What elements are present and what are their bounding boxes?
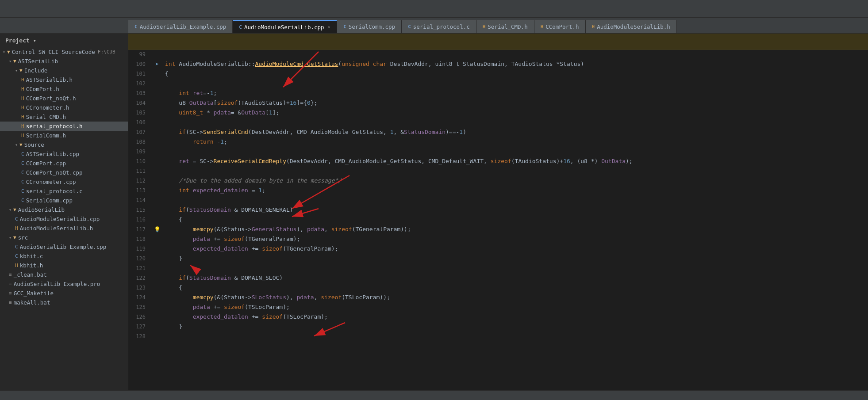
tree-item-27[interactable]: ≡makeAll.bat	[0, 298, 128, 307]
tab-icon: H	[541, 24, 544, 30]
cpp-file-icon: C	[21, 170, 24, 175]
tree-arrow: ▾	[15, 68, 18, 73]
path-suffix: F:\CUB	[98, 49, 115, 55]
tree-label: ASTSerialLib.cpp	[26, 151, 79, 157]
tree-item-8[interactable]: Hserial_protocol.h	[0, 122, 128, 131]
tree-item-17[interactable]: ▾▼AudioSerialLib	[0, 205, 128, 214]
tree-label: CComPort_noQt.cpp	[26, 169, 83, 176]
warning-bar	[128, 34, 868, 50]
line-gutter: ➤	[153, 59, 161, 69]
h-file-icon: H	[21, 86, 24, 92]
h-file-icon: H	[21, 77, 24, 83]
tree-item-20[interactable]: ▾▼src	[0, 233, 128, 242]
tree-label: AudioModuleSerialLib.cpp	[20, 216, 100, 222]
cpp-file-icon: C	[21, 179, 24, 185]
folder-icon: ▼	[13, 235, 16, 240]
tree-arrow: ▾	[9, 207, 12, 212]
code-line: 111	[128, 166, 868, 176]
line-content: {	[161, 283, 868, 293]
tree-item-5[interactable]: HCComPort_noQt.h	[0, 94, 128, 103]
cpp-file-icon: C	[15, 216, 18, 222]
line-content	[161, 195, 868, 205]
line-content: return -1;	[161, 137, 868, 147]
tree-item-16[interactable]: CSerialComm.cpp	[0, 196, 128, 205]
tree-item-15[interactable]: Cserial_protocol.c	[0, 187, 128, 196]
tab-tab6[interactable]: H CComPort.h	[534, 20, 586, 33]
tree-item-0[interactable]: ▾▼Control_SW_CLI_SourceCodeF:\CUB	[0, 47, 128, 57]
tree-item-6[interactable]: HCCronometer.h	[0, 103, 128, 112]
tab-icon: C	[343, 24, 346, 30]
file-icon: ≡	[9, 272, 12, 278]
h-file-icon: H	[15, 263, 18, 268]
tree-item-19[interactable]: HAudioModuleSerialLib.h	[0, 224, 128, 233]
line-number: 116	[128, 215, 153, 225]
file-icon: ≡	[9, 290, 12, 296]
code-line: 100 ➤ int AudioModuleSerialLib::AudioMod…	[128, 59, 868, 69]
tree-item-9[interactable]: HSerialComm.h	[0, 131, 128, 140]
line-content: pdata += sizeof(TGeneralParam);	[161, 234, 868, 244]
code-line: 114	[128, 195, 868, 205]
tree-label: CComPort.cpp	[26, 160, 66, 167]
tab-label: Serial_CMD.h	[488, 23, 527, 30]
tree-item-14[interactable]: CCCronometer.cpp	[0, 177, 128, 187]
line-number: 126	[128, 312, 153, 322]
tree-item-2[interactable]: ▾▼Include	[0, 66, 128, 75]
tree-item-4[interactable]: HCComPort.h	[0, 84, 128, 94]
code-line: 118 pdata += sizeof(TGeneralParam);	[128, 234, 868, 244]
tab-tab1[interactable]: C AudioSerialLib_Example.cpp	[128, 20, 233, 33]
tree-item-18[interactable]: CAudioModuleSerialLib.cpp	[0, 214, 128, 224]
line-number: 102	[128, 79, 153, 88]
code-editor[interactable]: 99 100 ➤ int AudioModuleSerialLib::Audio…	[128, 50, 868, 341]
tree-item-10[interactable]: ▾▼Source	[0, 140, 128, 149]
tree-item-24[interactable]: ≡_clean.bat	[0, 270, 128, 279]
editor-wrapper: 99 100 ➤ int AudioModuleSerialLib::Audio…	[128, 50, 868, 390]
tree-item-11[interactable]: CASTSerialLib.cpp	[0, 149, 128, 159]
code-line: 115 if(StatusDomain & DOMAIN_GENERAL)	[128, 205, 868, 215]
folder-icon: ▼	[19, 142, 23, 148]
cpp-file-icon: C	[21, 160, 24, 166]
code-line: 126 expected_datalen += sizeof(TSLocPara…	[128, 312, 868, 322]
tree-item-12[interactable]: CCComPort.cpp	[0, 159, 128, 168]
line-number: 103	[128, 88, 153, 98]
tree-label: kbhit.h	[20, 262, 43, 269]
tree-item-23[interactable]: Hkbhit.h	[0, 261, 128, 270]
tab-close[interactable]: ×	[328, 24, 331, 30]
tab-tab3[interactable]: C SerialComm.cpp	[337, 20, 402, 33]
tab-label: CComPort.h	[545, 23, 579, 30]
folder-icon: ▼	[13, 58, 16, 64]
tree-label: kbhit.c	[20, 253, 43, 259]
tree-item-22[interactable]: Ckbhit.c	[0, 251, 128, 261]
c-file-icon: C	[15, 253, 18, 259]
editor-area: 99 100 ➤ int AudioModuleSerialLib::Audio…	[128, 34, 868, 390]
tab-tab5[interactable]: H Serial_CMD.h	[476, 20, 534, 33]
code-line: 113 int expected_datalen = 1;	[128, 186, 868, 195]
code-line: 112 /*Due to the added domain byte in th…	[128, 176, 868, 186]
tree-item-1[interactable]: ▾▼ASTSerialLib	[0, 57, 128, 66]
line-content	[161, 50, 868, 59]
tab-icon: H	[483, 24, 486, 30]
tree-label: AudioSerialLib	[18, 206, 65, 213]
tree-arrow: ▾	[9, 235, 12, 240]
tree-item-21[interactable]: CAudioSerialLib_Example.cpp	[0, 242, 128, 251]
line-number: 122	[128, 273, 153, 283]
line-number: 105	[128, 108, 153, 118]
line-content: memcpy(&(Status->GeneralStatus), pdata, …	[161, 225, 868, 234]
tabs-bar: C AudioSerialLib_Example.cpp C AudioModu…	[0, 18, 868, 34]
tree-item-3[interactable]: HASTSerialLib.h	[0, 75, 128, 84]
h-file-icon: H	[15, 225, 18, 231]
line-number: 121	[128, 263, 153, 273]
tab-tab7[interactable]: H AudioModuleSerialLib.h	[586, 20, 677, 33]
line-content: }	[161, 254, 868, 263]
tree-item-25[interactable]: ≡AudioSerialLib_Example.pro	[0, 279, 128, 289]
line-content: expected_datalen += sizeof(TSLocParam);	[161, 312, 868, 322]
h-file-icon: H	[21, 123, 24, 129]
tree-label: CComPort_noQt.h	[26, 95, 76, 102]
tab-tab4[interactable]: C serial_protocol.c	[402, 20, 476, 33]
tab-icon: C	[134, 24, 138, 30]
tree-item-13[interactable]: CCComPort_noQt.cpp	[0, 168, 128, 177]
tree-item-26[interactable]: ≡GCC_Makefile	[0, 289, 128, 298]
tree-label: AudioSerialLib_Example.cpp	[20, 244, 107, 250]
tree-item-7[interactable]: HSerial_CMD.h	[0, 112, 128, 122]
tab-tab2[interactable]: C AudioModuleSerialLib.cpp ×	[233, 20, 337, 33]
tree-label: AudioSerialLib_Example.pro	[14, 281, 100, 287]
